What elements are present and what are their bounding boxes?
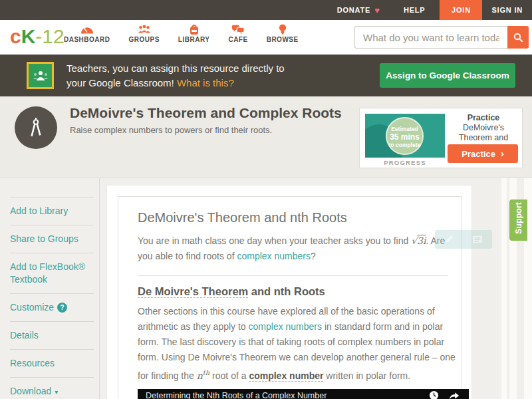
sidebar-divider — [99, 178, 100, 399]
page-title: DeMoivre's Theorem and Complex Roots — [70, 105, 342, 121]
glossary-term[interactable]: De Moivre's Theorem — [138, 285, 248, 298]
article-body: DeMoivre's Theorem and nth Roots You are… — [118, 197, 462, 399]
top-utility-bar: DONATE ♥ HELP JOIN SIGN IN — [0, 0, 532, 20]
google-classroom-icon — [27, 62, 54, 89]
logo-c: c — [10, 25, 21, 47]
subject-badge — [15, 106, 57, 149]
main-panel: DeMoivre's Theorem and nth Roots You are… — [106, 185, 472, 399]
caret-down-icon: ▾ — [55, 388, 58, 396]
practice-card: Estimated 35 mins to complete PROGRESS P… — [359, 108, 523, 168]
estimated-time-badge: Estimated 35 mins to complete — [386, 117, 424, 155]
what-is-this-link[interactable]: What is this? — [177, 77, 234, 88]
share-icon[interactable] — [448, 390, 460, 399]
watch-later-icon[interactable] — [429, 390, 439, 399]
right-rail-strip — [501, 178, 507, 399]
practice-thumbnail[interactable]: Estimated 35 mins to complete — [365, 114, 445, 158]
video-title-bar: Determining the Nth Roots of a Complex N… — [138, 389, 469, 399]
section-divider — [138, 275, 448, 276]
body-paragraph: Other sections in this course have explo… — [138, 304, 456, 384]
badge-line3: to complete — [389, 142, 421, 148]
nav-label: LIBRARY — [178, 36, 210, 43]
nav-label: GROUPS — [129, 36, 160, 43]
page-subtitle: Raise complex numbers to powers or find … — [70, 125, 272, 135]
body-text: root of a — [209, 370, 246, 381]
action-sidebar: Add to Library Share to Groups Add to Fl… — [10, 197, 94, 399]
download-label: Download — [10, 386, 51, 396]
people-icon — [137, 24, 152, 35]
chat-icon — [231, 24, 245, 35]
search-icon — [513, 32, 524, 43]
lesson-header: DeMoivre's Theorem and Complex Roots Rai… — [0, 96, 532, 178]
search-box — [354, 26, 529, 49]
annotation-toolbar[interactable] — [435, 230, 492, 249]
join-button[interactable]: JOIN — [440, 0, 482, 20]
heart-icon: ♥ — [374, 5, 380, 15]
nav-item-dashboard[interactable]: DASHBOARD — [60, 24, 114, 43]
sidebar-item-resources[interactable]: Resources — [10, 350, 94, 378]
badge-line2: 35 mins — [390, 132, 420, 142]
nav-item-cafe[interactable]: CAFE — [224, 24, 251, 43]
section-heading: De Moivre's Theorem and nth Roots — [138, 285, 456, 298]
banner-message: Teachers, you can assign this resource d… — [66, 61, 285, 90]
nav-item-library[interactable]: LIBRARY — [174, 24, 214, 43]
practice-button-label: Practice — [462, 149, 495, 159]
progress-label: PROGRESS — [365, 159, 445, 166]
complex-numbers-link[interactable]: complex numbers — [249, 321, 323, 332]
glossary-term[interactable]: complex number — [249, 370, 323, 382]
article-card: DeMoivre's Theorem and nth Roots You are… — [118, 196, 462, 399]
sidebar-item-download[interactable]: Download▾ — [10, 378, 94, 399]
banner-line1: Teachers, you can assign this resource d… — [66, 63, 285, 74]
donate-link[interactable]: DONATE — [337, 6, 370, 14]
support-tab-label: Support — [514, 198, 523, 239]
sidebar-item-add-to-flexbook[interactable]: Add to FlexBook® Textbook — [10, 253, 94, 294]
article-heading: DeMoivre's Theorem and nth Roots — [138, 210, 456, 225]
main-navbar: cK-12 DASHBOARD GROUPS LIBRARY CAFE BROW… — [0, 20, 532, 55]
ck12-logo[interactable]: cK-12 — [10, 25, 65, 48]
content-region: Add to Library Share to Groups Add to Fl… — [0, 178, 532, 399]
intro-paragraph: You are in math class one day when your … — [138, 233, 456, 264]
backpack-icon — [188, 24, 200, 35]
logo-k: K — [21, 25, 36, 47]
nav-label: DASHBOARD — [64, 36, 110, 43]
nav-items: DASHBOARD GROUPS LIBRARY CAFE BROWSE — [60, 24, 303, 43]
help-link[interactable]: HELP — [404, 6, 426, 14]
video-title[interactable]: Determining the Nth Roots of a Complex N… — [146, 391, 327, 399]
support-tab[interactable]: Support — [509, 200, 527, 241]
lightbulb-icon — [278, 24, 287, 35]
sign-in-link[interactable]: SIGN IN — [491, 6, 523, 14]
practice-button[interactable]: Practice› — [448, 144, 518, 163]
search-input[interactable] — [354, 26, 507, 49]
google-classroom-banner: Teachers, you can assign this resource d… — [0, 55, 532, 96]
video-embed[interactable]: Determining the Nth Roots of a Complex N… — [138, 389, 469, 399]
sidebar-item-customize[interactable]: Customize? — [10, 294, 94, 322]
search-button[interactable] — [507, 26, 529, 49]
intro-text: ? — [311, 251, 316, 261]
sqrt-3i-math: √3i — [411, 235, 426, 246]
nav-item-groups[interactable]: GROUPS — [125, 24, 164, 43]
sidebar-item-details[interactable]: Details — [10, 322, 94, 350]
body-text: written in polar form. — [323, 370, 410, 381]
gauge-icon — [80, 24, 94, 35]
customize-label: Customize — [10, 302, 54, 313]
section-heading-rest: and nth Roots — [248, 285, 325, 297]
nav-label: BROWSE — [267, 36, 299, 43]
complex-numbers-link[interactable]: complex numbers — [237, 251, 311, 261]
sidebar-item-share-to-groups[interactable]: Share to Groups — [10, 225, 94, 253]
pencil-icon — [444, 235, 454, 244]
nth-math: nth — [197, 370, 210, 381]
badge-line1: Estimated — [391, 126, 418, 132]
nav-label: CAFE — [228, 36, 247, 43]
help-question-icon[interactable]: ? — [57, 303, 67, 313]
practice-blurb-bold: Practice — [467, 113, 500, 122]
banner-line2: your Google Classroom! — [66, 77, 174, 88]
compass-icon — [25, 116, 47, 139]
assign-to-classroom-button[interactable]: Assign to Google Classroom — [380, 63, 515, 88]
nav-item-browse[interactable]: BROWSE — [263, 24, 303, 43]
chevron-right-icon: › — [501, 148, 504, 159]
intro-text: You are in math class one day when your … — [138, 235, 408, 246]
note-icon — [472, 235, 483, 243]
sidebar-item-add-to-library[interactable]: Add to Library — [10, 198, 94, 225]
